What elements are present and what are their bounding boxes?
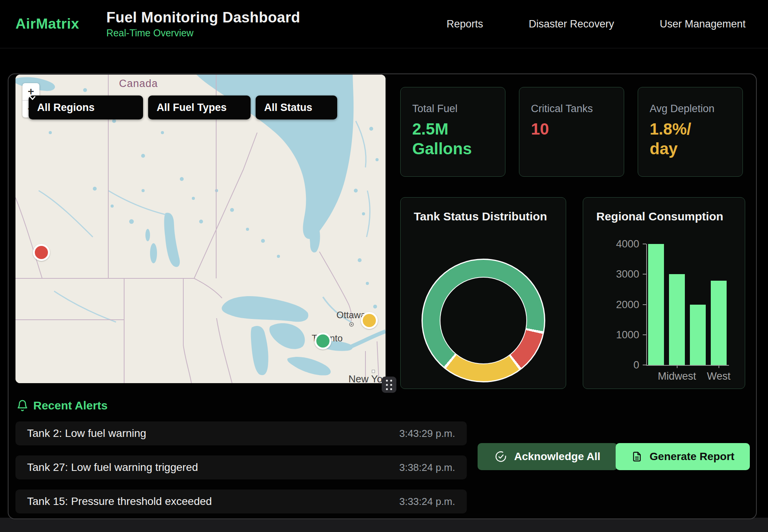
stat-value: 10 — [531, 119, 549, 139]
alert-row[interactable]: Tank 27: Low fuel warning triggered 3:38… — [15, 455, 467, 479]
check-circle-icon — [495, 450, 507, 463]
page-subtitle: Real-Time Overview — [106, 27, 300, 39]
y-axis-tick-label: 0 — [610, 359, 639, 371]
fuel-monitoring-dashboard: AirMatrix Fuel Monitoring Dashboard Real… — [0, 0, 768, 532]
alert-message: Tank 27: Low fuel warning triggered — [27, 461, 198, 474]
x-axis-tick-mark — [719, 365, 719, 368]
stat-value: 1.8%/ day — [650, 119, 691, 159]
map-label-new-york: New York — [348, 373, 386, 383]
fuel-type-filter-value: All Fuel Types — [157, 102, 227, 114]
app-logo: AirMatrix — [15, 16, 79, 32]
generate-report-button[interactable]: Generate Report — [616, 443, 750, 470]
stat-label: Critical Tanks — [531, 103, 593, 115]
y-axis-tick-mark — [643, 304, 646, 305]
region-filter-value: All Regions — [37, 102, 95, 114]
content-shell: Canada Ottawa Toronto New York + − All R… — [8, 73, 757, 519]
nav-item-reports[interactable]: Reports — [447, 18, 483, 30]
status-filter-dropdown[interactable]: All Status — [256, 95, 337, 119]
main-nav: Reports Disaster Recovery User Managemen… — [447, 18, 746, 30]
fuel-type-filter-dropdown[interactable]: All Fuel Types — [148, 95, 251, 119]
title-block: Fuel Monitoring Dashboard Real-Time Over… — [106, 9, 300, 39]
alert-row[interactable]: Tank 2: Low fuel warning 3:43:29 p.m. — [15, 421, 467, 445]
bar-West — [711, 281, 727, 365]
alert-time: 3:38:24 p.m. — [399, 462, 455, 474]
y-axis-tick-mark — [643, 365, 646, 365]
map-filters: All Regions All Fuel Types All Status — [29, 95, 337, 119]
alert-message: Tank 15: Pressure threshold exceeded — [27, 495, 212, 508]
y-axis-tick-label: 4000 — [610, 238, 639, 250]
donut-hole — [440, 277, 527, 364]
x-axis-tick-label: West — [692, 370, 746, 382]
acknowledge-all-button[interactable]: Acknowledge All — [478, 443, 618, 470]
tank-marker-critical[interactable] — [33, 244, 50, 261]
stat-label: Avg Depletion — [650, 103, 715, 115]
region-filter-dropdown[interactable]: All Regions — [29, 95, 143, 119]
tank-marker-warning[interactable] — [361, 312, 378, 329]
alert-time: 3:43:29 p.m. — [399, 428, 455, 440]
nav-item-user-management[interactable]: User Management — [660, 18, 746, 30]
stat-value: 2.5M Gallons — [412, 119, 472, 159]
map[interactable]: Canada Ottawa Toronto New York + − All R… — [15, 75, 386, 383]
page-title: Fuel Monitoring Dashboard — [106, 9, 300, 26]
chart-title: Regional Consumption — [596, 210, 723, 223]
bell-icon — [16, 399, 29, 412]
report-document-icon — [631, 450, 643, 463]
bar-region-1 — [648, 244, 664, 365]
chart-title: Tank Status Distribution — [414, 210, 547, 223]
resize-grip-handle[interactable] — [382, 377, 396, 393]
tank-status-distribution-card: Tank Status Distribution — [400, 197, 566, 389]
map-label-canada: Canada — [119, 78, 158, 89]
chevron-down-icon — [29, 95, 36, 101]
tank-status-donut-chart — [422, 259, 545, 382]
stat-card-critical-tanks: Critical Tanks 10 — [519, 87, 624, 177]
stat-card-total-fuel: Total Fuel 2.5M Gallons — [400, 87, 505, 177]
alert-message: Tank 2: Low fuel warning — [27, 427, 146, 440]
bar-region-3 — [690, 305, 706, 365]
ottawa-town-dot-icon — [351, 324, 352, 325]
tank-marker-normal[interactable] — [314, 332, 331, 350]
y-axis-tick-label: 3000 — [610, 268, 639, 280]
y-axis-tick-mark — [643, 244, 646, 244]
stat-card-avg-depletion: Avg Depletion 1.8%/ day — [638, 87, 743, 177]
alert-time: 3:33:24 p.m. — [399, 496, 455, 508]
y-axis-tick-mark — [643, 274, 646, 275]
stat-label: Total Fuel — [412, 103, 457, 115]
y-axis-tick-label: 1000 — [610, 329, 639, 341]
alert-row[interactable]: Tank 15: Pressure threshold exceeded 3:3… — [15, 489, 467, 513]
bar-Midwest — [669, 274, 685, 365]
alerts-header: Recent Alerts — [16, 399, 108, 412]
status-filter-value: All Status — [264, 102, 312, 114]
alerts-title: Recent Alerts — [33, 399, 108, 412]
y-axis-tick-mark — [643, 334, 646, 335]
bottom-strip — [0, 518, 768, 532]
new-york-town-icon — [372, 370, 375, 373]
x-axis-tick-mark — [677, 365, 678, 368]
regional-consumption-card: Regional Consumption 01000200030004000Mi… — [583, 197, 745, 389]
generate-report-label: Generate Report — [650, 450, 734, 463]
acknowledge-all-label: Acknowledge All — [514, 450, 600, 463]
header: AirMatrix Fuel Monitoring Dashboard Real… — [0, 0, 768, 48]
regional-consumption-bar-chart: 01000200030004000MidwestWest — [646, 244, 729, 366]
nav-item-disaster-recovery[interactable]: Disaster Recovery — [529, 18, 614, 30]
y-axis-tick-label: 2000 — [610, 299, 639, 310]
bar-series — [648, 244, 727, 365]
